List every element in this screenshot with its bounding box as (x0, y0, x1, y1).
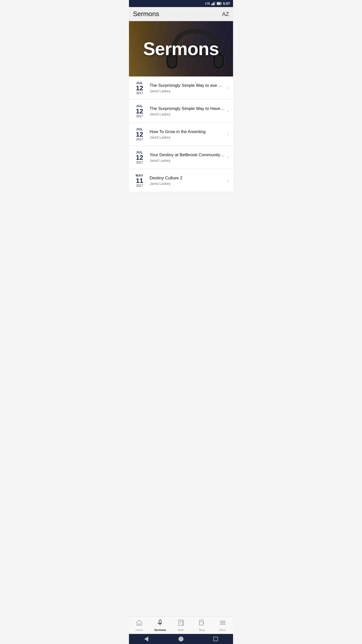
sermon-day: 12 (136, 108, 143, 114)
sermon-info: The Surprisingly Simple Way to Have Co..… (150, 106, 225, 116)
status-time: 5:07 (223, 2, 230, 6)
sermon-year: 2017 (136, 184, 143, 187)
svg-rect-5 (221, 3, 221, 4)
sermon-info: How To Grow in the Anointing Jared Laske… (150, 129, 225, 139)
lte-icon: LTE (205, 2, 210, 5)
sermon-year: 2017 (136, 91, 143, 95)
sermon-speaker: Jared Laskey (150, 182, 225, 186)
sermon-title: The Surprisingly Simple Way to ave Com.. (150, 83, 225, 88)
sermon-day: 11 (136, 177, 143, 184)
sermon-year: 2017 (136, 161, 143, 164)
sermon-date: JUL 12 2017 (133, 81, 146, 95)
sermon-item[interactable]: JUL 12 2017 The Surprisingly Simple Way … (129, 76, 233, 100)
svg-rect-0 (211, 4, 212, 5)
sermon-speaker: Jared Laskey (150, 158, 225, 163)
sermon-date: JUL 12 2017 (133, 150, 146, 164)
sermon-title: Your Destiny at Bellbrook Community Ch.. (150, 152, 225, 157)
sermon-speaker: Jared Laskey (150, 135, 225, 139)
sermon-date: MAY 11 2017 (133, 174, 146, 187)
sermon-info: Your Destiny at Bellbrook Community Ch..… (150, 152, 225, 163)
signal-icon (211, 2, 215, 5)
sermon-item[interactable]: JUL 12 2017 The Surprisingly Simple Way … (129, 100, 233, 123)
sermon-info: Destiny Culture 2 Jared Laskey (150, 176, 225, 186)
sermon-day: 12 (136, 154, 143, 161)
sermon-speaker: Jared Laskey (150, 89, 225, 93)
sermon-item[interactable]: JUL 12 2017 Your Destiny at Bellbrook Co… (129, 146, 233, 169)
sermon-info: The Surprisingly Simple Way to ave Com..… (150, 83, 225, 93)
sermon-title: The Surprisingly Simple Way to Have Co.. (150, 106, 225, 111)
sermon-speaker: Jared Laskey (150, 112, 225, 116)
sermon-title: How To Grow in the Anointing (150, 129, 225, 134)
sermon-day: 12 (136, 131, 143, 138)
hero-title: Sermons (143, 38, 219, 59)
chevron-right-icon: › (228, 178, 229, 183)
chevron-right-icon: › (228, 155, 229, 160)
battery-icon: ⚡ (217, 2, 222, 5)
sermon-date: JUL 12 2017 (133, 104, 146, 118)
sermon-day: 12 (136, 85, 143, 91)
status-icons: LTE ⚡ 5:07 (205, 2, 230, 6)
sermon-item[interactable]: MAY 11 2017 Destiny Culture 2 Jared Lask… (129, 169, 233, 192)
svg-rect-1 (212, 3, 213, 5)
hero-banner: Sermons (129, 21, 233, 76)
sermon-list: JUL 12 2017 The Surprisingly Simple Way … (129, 76, 233, 192)
sermon-title: Destiny Culture 2 (150, 176, 225, 181)
status-bar: LTE ⚡ 5:07 (129, 0, 233, 7)
sort-az-button[interactable]: AZ (222, 11, 229, 17)
page-title: Sermons (133, 10, 159, 18)
svg-text:⚡: ⚡ (218, 3, 220, 5)
sermon-year: 2017 (136, 138, 143, 141)
sermon-year: 2017 (136, 114, 143, 118)
chevron-right-icon: › (228, 132, 229, 137)
svg-rect-2 (213, 2, 214, 5)
top-bar: Sermons AZ (129, 7, 233, 21)
svg-rect-3 (214, 2, 215, 5)
sermon-item[interactable]: JUL 12 2017 How To Grow in the Anointing… (129, 123, 233, 146)
chevron-right-icon: › (228, 108, 229, 114)
sermon-date: JUL 12 2017 (133, 127, 146, 141)
chevron-right-icon: › (228, 85, 229, 91)
